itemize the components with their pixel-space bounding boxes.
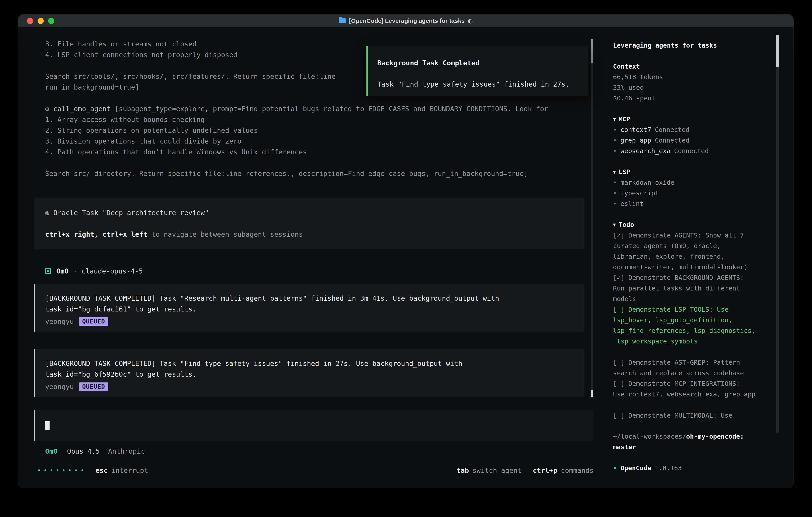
mcp-status: Connected	[655, 126, 689, 134]
bullet-icon: •	[613, 147, 617, 155]
bullet-icon: •	[613, 126, 617, 134]
todo-section-header[interactable]: ▼Todo	[613, 219, 775, 230]
mcp-heading: MCP	[618, 115, 630, 123]
todo-item: [ ] Demonstrate MCP INTEGRATIONS: Use co…	[613, 378, 775, 400]
tool-call-line: ⚙ call_omo_agent [subagent_type=explore,…	[34, 103, 593, 114]
session-sidebar: Leveraging agents for tasks Context 66,5…	[605, 27, 793, 487]
background-task-message: [BACKGROUND TASK COMPLETED] Task "Find t…	[34, 349, 584, 397]
text-cursor	[45, 421, 50, 430]
chevron-down-icon: ▼	[613, 222, 616, 227]
hint-keys: ctrl+x right, ctrl+x left	[45, 230, 147, 238]
lsp-section-header[interactable]: ▼LSP	[613, 167, 775, 177]
bullet-icon: •	[613, 179, 617, 186]
main-scrollbar-thumb[interactable]	[591, 39, 593, 63]
commands-action-label: commands	[561, 465, 593, 476]
chevron-down-icon: ▼	[613, 169, 616, 175]
todo-item: [ ] Demonstrate AST-GREP: Pattern search…	[613, 357, 775, 378]
app-version: 1.0.163	[655, 464, 682, 472]
task-user: yeongyu	[45, 316, 74, 327]
app-name: OpenCode	[620, 464, 651, 472]
workspace-path-prefix: ~/local-workspaces/	[613, 433, 686, 440]
oracle-task-panel: ◉ Oracle Task "Deep architecture review"…	[34, 198, 584, 249]
todo-item: [✓] Demonstrate BACKGROUND AGENTS: Run p…	[613, 272, 775, 304]
titlebar: [OpenCode] Leveraging agents for tasks ◐	[18, 15, 793, 27]
lsp-name: eslint	[620, 200, 644, 208]
toast-title: Background Task Completed	[377, 58, 579, 68]
scroll-to-bottom-indicator[interactable]	[591, 390, 593, 397]
task-message-text: [BACKGROUND TASK COMPLETED] Task "Find t…	[45, 358, 573, 380]
lsp-name: markdown-oxide	[620, 179, 674, 186]
toast-body: Task "Find type safety issues" finished …	[377, 79, 579, 89]
workspace-repo: oh-my-opencode:	[686, 433, 744, 440]
workspace-info: ~/local-workspaces/oh-my-opencode: maste…	[613, 431, 775, 453]
context-spent: $0.46 spent	[613, 93, 775, 104]
bullet-icon: •	[613, 200, 617, 208]
esc-action-label: interrupt	[111, 465, 148, 476]
oracle-task-title: Oracle Task "Deep architecture review"	[53, 209, 209, 217]
lsp-section: ▼LSP •markdown-oxide •typescript •eslint	[613, 167, 775, 209]
status-bar: •••••••• esc interrupt tab switch agent …	[34, 465, 593, 476]
lsp-item: •typescript	[613, 188, 775, 198]
mcp-section: ▼MCP •context7Connected •grep_appConnect…	[613, 114, 775, 156]
background-task-toast: Background Task Completed Task "Find typ…	[367, 46, 588, 96]
context-used: 33% used	[613, 82, 775, 93]
ctrl-p-key-label: ctrl+p	[533, 465, 557, 476]
mcp-name: websearch_exa	[620, 147, 670, 155]
terminal-line: 1. Array access without bounds checking	[34, 114, 593, 125]
lsp-item: •markdown-oxide	[613, 177, 775, 188]
context-tokens: 66,518 tokens	[613, 72, 775, 82]
mcp-item: •grep_appConnected	[613, 135, 775, 146]
switch-agent-hint: tab switch agent	[457, 465, 521, 476]
context-section: Context 66,518 tokens 33% used $0.46 spe…	[613, 61, 775, 104]
terminal-line: 2. String operations on potentially unde…	[34, 125, 593, 136]
lsp-heading: LSP	[618, 168, 630, 176]
chat-main-pane: 3. File handles or streams not closed 4.…	[18, 27, 605, 487]
hint-text: to navigate between subagent sessions	[147, 230, 303, 238]
zoom-button[interactable]	[48, 18, 54, 24]
mcp-status: Connected	[655, 137, 689, 144]
mcp-section-header[interactable]: ▼MCP	[613, 114, 775, 125]
mcp-name: grep_app	[620, 137, 651, 144]
bullet-icon: •	[613, 137, 617, 144]
traffic-lights	[18, 18, 54, 24]
queued-badge: QUEUED	[79, 382, 108, 391]
esc-key-label: esc	[95, 465, 108, 476]
todo-item-active: [ ] Demonstrate LSP TOOLS: Use lsp_hover…	[613, 304, 775, 347]
queued-badge: QUEUED	[79, 317, 108, 326]
context-heading: Context	[613, 61, 775, 72]
commands-hint: ctrl+p commands	[533, 465, 593, 476]
background-task-message: [BACKGROUND TASK COMPLETED] Task "Resear…	[34, 284, 584, 332]
model-version: Opus 4.5	[67, 446, 100, 457]
lsp-name: typescript	[620, 189, 659, 197]
model-status-line: OmO Opus 4.5 Anthropic	[34, 446, 593, 457]
minimize-button[interactable]	[37, 18, 44, 24]
prompt-input[interactable]	[34, 410, 593, 441]
terminal-line: Search src/ directory. Return specific f…	[34, 168, 593, 179]
sidebar-scrollbar-thumb[interactable]	[776, 35, 779, 67]
tool-call-args: [subagent_type=explore, prompt=Find pote…	[111, 105, 548, 113]
agent-name: OmO	[56, 266, 68, 276]
window-title: [OpenCode] Leveraging agents for tasks ◐	[339, 18, 473, 24]
main-scrollbar[interactable]	[591, 39, 593, 397]
tool-call-name: call_omo_agent	[53, 105, 111, 113]
sidebar-scrollbar[interactable]	[776, 35, 779, 433]
window-title-text: [OpenCode] Leveraging agents for tasks	[349, 18, 465, 24]
todo-heading: Todo	[618, 221, 634, 228]
subagent-navigation-hint: ctrl+x right, ctrl+x left to navigate be…	[45, 229, 573, 240]
agent-checkbox-icon	[45, 268, 51, 274]
bullet-icon: •	[613, 189, 617, 197]
gear-icon: ⚙	[45, 105, 49, 113]
mcp-status: Connected	[674, 147, 709, 155]
close-button[interactable]	[27, 18, 33, 24]
tab-key-label: tab	[457, 465, 469, 476]
chevron-down-icon: ▼	[613, 116, 616, 122]
separator-dot: ·	[73, 266, 77, 276]
task-message-text: [BACKGROUND TASK COMPLETED] Task "Resear…	[45, 293, 573, 315]
bullet-icon: •	[613, 464, 617, 472]
oracle-task-title-line: ◉ Oracle Task "Deep architecture review"	[45, 207, 573, 218]
app-version-footer: •OpenCode1.0.163	[613, 463, 775, 473]
terminal-line: 3. Division operations that could divide…	[34, 136, 593, 146]
tab-action-label: switch agent	[472, 465, 522, 476]
todo-item: [✓] Demonstrate AGENTS: Show all 7 curat…	[613, 230, 775, 272]
session-title: Leveraging agents for tasks	[613, 40, 775, 51]
